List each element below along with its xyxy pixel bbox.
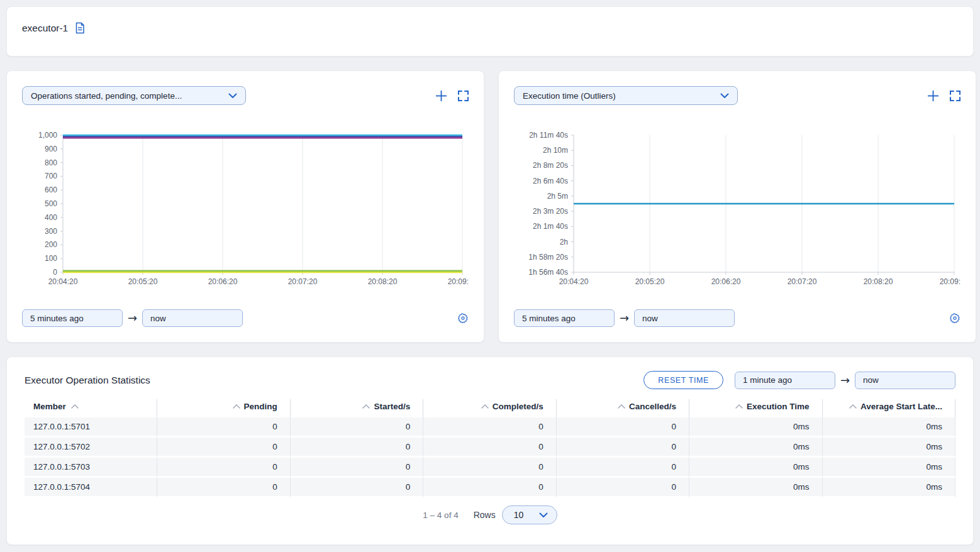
execution-time-controls: →	[514, 309, 961, 327]
time-to-input[interactable]	[634, 309, 735, 327]
table-row[interactable]: 127.0.0.1:570200000ms0ms	[25, 438, 955, 458]
y-tick-label: 2h 11m 40s	[529, 131, 568, 140]
fullscreen-icon[interactable]	[950, 91, 961, 101]
table-cell: 0	[557, 417, 689, 438]
stats-time-to-input[interactable]	[855, 372, 955, 389]
executor-title-row: executor-1	[22, 22, 86, 34]
executor-statistics-table: MemberPendingStarted/sCompleted/sCancell…	[25, 399, 955, 498]
x-tick-label: 20:06:20	[208, 277, 238, 286]
y-tick-label: 2h	[560, 238, 568, 246]
column-header-average-start-late[interactable]: Average Start Late...	[823, 399, 955, 417]
table-body: 127.0.0.1:570100000ms0ms127.0.0.1:570200…	[25, 417, 955, 498]
y-tick-label: 1h 56m 40s	[528, 268, 568, 277]
metric-select-operations[interactable]: Operations started, pending, complete...	[22, 86, 246, 105]
table-cell: 0	[423, 417, 556, 438]
column-header-pending[interactable]: Pending	[157, 399, 290, 417]
x-tick-label: 20:05:20	[635, 277, 665, 286]
chevron-down-icon	[539, 512, 548, 518]
table-cell: 0ms	[689, 438, 822, 458]
table-cell: 0	[291, 438, 423, 458]
pagination-row: 1 – 4 of 4 Rows 10	[25, 505, 955, 524]
time-to-input[interactable]	[142, 309, 243, 327]
table-cell: 0	[423, 438, 556, 458]
column-header-started-s[interactable]: Started/s	[291, 399, 423, 417]
x-tick-label: 20:06:20	[711, 277, 741, 286]
table-cell: 0	[557, 478, 689, 498]
cell-member: 127.0.0.1:5703	[25, 458, 157, 478]
table-cell: 0	[557, 458, 689, 478]
reset-time-button[interactable]: RESET TIME	[643, 371, 723, 389]
table-row[interactable]: 127.0.0.1:570100000ms0ms	[25, 417, 955, 438]
column-header-execution-time[interactable]: Execution Time	[689, 399, 822, 417]
rows-per-page-select[interactable]: 10	[502, 505, 557, 524]
statistics-title: Executor Operation Statistics	[25, 375, 150, 386]
operations-selector-row: Operations started, pending, complete...	[22, 86, 469, 105]
y-tick-label: 900	[45, 145, 57, 153]
rows-per-page-label: Rows	[474, 510, 496, 520]
statistics-header-row: Executor Operation Statistics RESET TIME…	[25, 371, 955, 389]
y-tick-label: 400	[45, 213, 57, 222]
y-tick-label: 200	[45, 240, 57, 249]
table-cell: 0	[423, 458, 556, 478]
cell-member: 127.0.0.1:5704	[25, 478, 157, 498]
page-title: executor-1	[22, 23, 68, 34]
arrow-right-icon: →	[620, 312, 629, 324]
y-tick-label: 100	[45, 254, 57, 263]
x-tick-label: 20:09:20	[940, 277, 961, 286]
y-tick-label: 1,000	[38, 131, 57, 140]
table-row[interactable]: 127.0.0.1:570300000ms0ms	[25, 458, 955, 478]
time-from-input[interactable]	[514, 309, 615, 327]
add-chart-icon[interactable]	[927, 90, 939, 102]
table-cell: 0	[157, 417, 290, 438]
rows-per-page-value: 10	[514, 510, 524, 520]
metric-select-execution-time[interactable]: Execution time (Outliers)	[514, 86, 738, 105]
y-tick-label: 0	[53, 268, 57, 277]
fullscreen-icon[interactable]	[458, 91, 469, 101]
page-range-text: 1 – 4 of 4	[423, 511, 458, 520]
y-tick-label: 2h 1m 40s	[533, 222, 568, 231]
chart-svg: 20:04:2020:05:2020:06:2020:07:2020:08:20…	[514, 130, 961, 289]
x-tick-label: 20:04:20	[48, 277, 78, 286]
operations-chart-panel: Operations started, pending, complete...	[6, 70, 484, 343]
execution-selector-row: Execution time (Outliers)	[514, 86, 961, 105]
y-tick-label: 2h 10m	[543, 146, 568, 155]
y-tick-label: 1h 58m 20s	[528, 253, 568, 262]
table-head: MemberPendingStarted/sCompleted/sCancell…	[25, 399, 955, 417]
execution-time-chart-panel: Execution time (Outliers) 2	[498, 70, 976, 343]
column-header-cancelled-s[interactable]: Cancelled/s	[557, 399, 689, 417]
charts-row: Operations started, pending, complete...	[6, 70, 974, 343]
arrow-right-icon: →	[840, 375, 850, 386]
metric-select-label: Execution time (Outliers)	[523, 91, 616, 101]
add-chart-icon[interactable]	[435, 90, 447, 102]
table-row[interactable]: 127.0.0.1:570400000ms0ms	[25, 478, 955, 498]
table-cell: 0ms	[823, 458, 955, 478]
arrow-right-icon: →	[128, 312, 137, 324]
time-from-input[interactable]	[22, 309, 123, 327]
document-icon[interactable]	[74, 22, 86, 34]
table-cell: 0ms	[823, 478, 955, 498]
column-header-member[interactable]: Member	[25, 399, 157, 417]
chart-settings-gear-icon[interactable]	[457, 312, 469, 324]
x-tick-label: 20:08:20	[864, 277, 893, 286]
table-cell: 0ms	[689, 478, 822, 498]
y-tick-label: 300	[45, 227, 57, 236]
operations-time-controls: →	[22, 309, 469, 327]
table-cell: 0	[291, 417, 423, 438]
operations-chart: 20:04:2020:05:2020:06:2020:07:2020:08:20…	[22, 130, 469, 291]
statistics-time-controls: RESET TIME →	[643, 371, 955, 389]
stats-time-from-input[interactable]	[735, 372, 835, 389]
chevron-down-icon	[228, 93, 237, 99]
y-tick-label: 600	[45, 185, 57, 194]
execution-time-chart: 20:04:2020:05:2020:06:2020:07:2020:08:20…	[514, 130, 961, 291]
table-cell: 0	[423, 478, 556, 498]
x-tick-label: 20:04:20	[559, 277, 589, 286]
y-tick-label: 700	[45, 172, 57, 180]
table-cell: 0	[291, 478, 423, 498]
x-tick-label: 20:08:20	[368, 277, 398, 286]
metric-select-label: Operations started, pending, complete...	[31, 91, 182, 101]
x-tick-label: 20:05:20	[128, 277, 158, 286]
table-cell: 0ms	[689, 458, 822, 478]
column-header-completed-s[interactable]: Completed/s	[423, 399, 556, 417]
chart-settings-gear-icon[interactable]	[949, 312, 961, 324]
table-cell: 0	[157, 458, 290, 478]
